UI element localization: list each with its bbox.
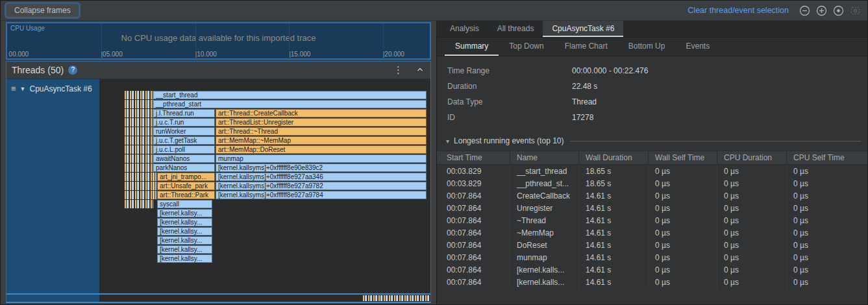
help-icon[interactable]: ?: [68, 66, 77, 75]
collapse-panel-icon[interactable]: [416, 64, 424, 76]
table-row[interactable]: 00:03.829__pthread_st...18.65 s0 µs0 µs0…: [437, 177, 867, 189]
flame-activity-ticks: [153, 173, 156, 181]
tab-all-threads[interactable]: All threads: [488, 21, 543, 37]
section-collapse-icon[interactable]: ▾: [446, 138, 449, 145]
cpu-axis: 00.000|05.000|10.000|15.000|20.000: [7, 50, 430, 58]
next-thread-track[interactable]: [6, 295, 430, 302]
table-cell: 14.61 s: [578, 189, 648, 202]
flame-bar[interactable]: [kernel.kallsy...: [157, 227, 212, 236]
column-header[interactable]: CPU Self Time: [786, 151, 867, 164]
table-cell: 00:07.864: [437, 278, 510, 287]
tab-cpuasynctask-6[interactable]: CpuAsyncTask #6: [543, 21, 623, 37]
summary-field-time-range: Time Range00:00.000 - 00:22.476: [437, 63, 867, 79]
table-row[interactable]: 00:07.864Unregister14.61 s0 µs0 µs0 µs: [437, 202, 867, 214]
zoom-out-icon[interactable]: [799, 5, 810, 16]
subtab-bottom-up[interactable]: Bottom Up: [618, 38, 676, 56]
flame-bar[interactable]: [kernel.kallsy...: [157, 254, 212, 263]
next-thread-label-area[interactable]: [6, 295, 99, 302]
flame-activity-ticks: [125, 173, 153, 181]
table-row[interactable]: 00:07.864~Thread14.61 s0 µs0 µs0 µs: [437, 214, 867, 226]
column-header[interactable]: Start Time: [437, 153, 510, 162]
table-row[interactable]: 00:07.864~MemMap14.61 s0 µs0 µs0 µs: [437, 226, 867, 239]
table-cell: 14.61 s: [578, 214, 648, 226]
flame-bar[interactable]: __pthread_start: [153, 100, 427, 108]
flame-bar[interactable]: munmap: [216, 154, 427, 163]
mini-flame-ticks: [363, 295, 430, 301]
collapse-frames-button[interactable]: Collapse frames: [6, 3, 79, 18]
flame-bar[interactable]: parkNanos: [153, 164, 215, 172]
thread-list-item[interactable]: ≡ ▼ CpuAsyncTask #6: [6, 79, 99, 293]
events-section-title: Longest running events (top 10): [454, 136, 564, 145]
subtab-top-down[interactable]: Top Down: [499, 38, 554, 56]
flame-bar[interactable]: [kernel.kallsyms]+0xffffff8e927aa346: [216, 173, 427, 181]
flame-chart-area[interactable]: __start_thread__pthread_startj.l.Thread.…: [99, 79, 430, 293]
flame-bar[interactable]: art::Thread::CreateCallback: [216, 109, 427, 117]
flame-bar[interactable]: j.u.c.T.getTask: [153, 136, 215, 145]
flame-activity-ticks: [125, 182, 153, 190]
flame-bar[interactable]: syscall: [157, 200, 212, 208]
axis-tick: |05.000: [101, 51, 123, 58]
table-cell: 0 µs: [648, 263, 717, 276]
flame-bar[interactable]: [kernel.kallsyms]+0xffffff8e90e839c2: [216, 164, 427, 172]
subtab-summary[interactable]: Summary: [445, 38, 499, 56]
cpu-usage-panel[interactable]: CPU Usage No CPU usage data available fo…: [6, 22, 431, 60]
flame-activity-ticks: [125, 145, 153, 154]
axis-tick: 00.000: [9, 51, 29, 58]
thread-expand-icon[interactable]: ▼: [20, 84, 26, 93]
field-label: ID: [447, 113, 572, 122]
axis-gridline: [195, 23, 196, 50]
table-cell: 0 µs: [717, 189, 786, 202]
field-label: Time Range: [447, 66, 572, 75]
flame-bar[interactable]: j.l.Thread.run: [153, 109, 215, 117]
field-label: Duration: [447, 82, 572, 91]
flame-bar[interactable]: awaitNanos: [153, 154, 215, 163]
table-row[interactable]: 00:07.864CreateCallback14.61 s0 µs0 µs0 …: [437, 189, 867, 202]
flame-bar[interactable]: [kernel.kallsy...: [157, 218, 212, 226]
flame-bar[interactable]: art_jni_trampo...: [157, 173, 215, 181]
table-row[interactable]: 00:07.864[kernel.kalls...14.61 s0 µs0 µs…: [437, 276, 867, 288]
table-row[interactable]: 00:07.864munmap14.61 s0 µs0 µs0 µs: [437, 251, 867, 263]
more-options-icon[interactable]: ⋮: [393, 64, 403, 76]
tab-analysis[interactable]: Analysis: [441, 21, 488, 37]
flame-bar[interactable]: art::Thread::Park: [157, 191, 215, 199]
column-header[interactable]: Wall Duration: [578, 151, 648, 164]
flame-activity-ticks: [125, 164, 153, 172]
column-header[interactable]: Name: [510, 151, 578, 164]
clear-selection-link[interactable]: Clear thread/event selection: [688, 6, 789, 15]
table-cell: 00:07.864: [437, 265, 510, 274]
column-header[interactable]: CPU Duration: [717, 151, 786, 164]
timeline-pane: CPU Usage No CPU usage data available fo…: [1, 21, 437, 304]
table-cell: 00:07.864: [437, 241, 510, 250]
drag-handle-icon[interactable]: ≡: [11, 84, 16, 93]
table-row[interactable]: 00:07.864DoReset14.61 s0 µs0 µs0 µs: [437, 239, 867, 251]
events-section-header[interactable]: ▾ Longest running events (top 10): [446, 136, 861, 145]
table-cell: 0 µs: [648, 165, 717, 177]
axis-gridline: [383, 23, 384, 50]
flame-bar[interactable]: art::MemMap::~MemMap: [216, 136, 427, 145]
column-header[interactable]: Wall Self Time: [648, 151, 717, 164]
next-thread-flame-area[interactable]: [99, 295, 430, 302]
table-row[interactable]: 00:03.829__start_thread18.65 s0 µs0 µs0 …: [437, 165, 867, 177]
flame-bar[interactable]: [kernel.kallsy...: [157, 209, 212, 217]
table-cell: 14.61 s: [578, 263, 648, 276]
flame-bar[interactable]: [kernel.kallsyms]+0xffffff8e927a9784: [216, 191, 427, 199]
zoom-in-icon[interactable]: [816, 5, 827, 16]
flame-bar[interactable]: runWorker: [153, 127, 215, 136]
flame-bar[interactable]: art::MemMap::DoReset: [216, 145, 427, 154]
flame-bar[interactable]: [kernel.kallsy...: [157, 236, 212, 245]
flame-bar[interactable]: [kernel.kallsy...: [157, 245, 212, 254]
flame-bar[interactable]: [kernel.kallsyms]+0xffffff8e927a9782: [216, 182, 427, 190]
flame-activity-ticks: [125, 136, 153, 145]
table-cell: 0 µs: [717, 214, 786, 226]
reset-zoom-icon[interactable]: [833, 5, 844, 16]
flame-bar[interactable]: art::Unsafe_park: [157, 182, 215, 190]
flame-bar[interactable]: j.u.c.T.run: [153, 118, 215, 127]
table-cell: 00:07.864: [437, 228, 510, 238]
flame-bar[interactable]: j.u.c.L.poll: [153, 145, 215, 154]
subtab-events[interactable]: Events: [675, 38, 720, 56]
flame-bar[interactable]: art::Thread::~Thread: [216, 127, 427, 136]
table-row[interactable]: 00:07.864[kernel.kalls...14.61 s0 µs0 µs…: [437, 263, 867, 276]
subtab-flame-chart[interactable]: Flame Chart: [554, 38, 618, 56]
flame-bar[interactable]: __start_thread: [153, 91, 427, 99]
flame-bar[interactable]: art::ThreadList::Unregister: [216, 118, 427, 127]
